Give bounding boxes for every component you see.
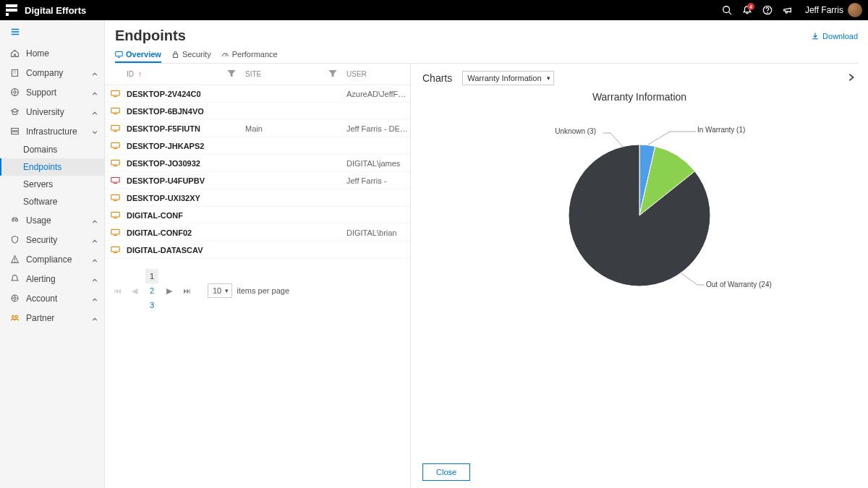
svg-rect-22	[111, 177, 119, 182]
hamburger-icon[interactable]	[0, 20, 104, 43]
sidebar-item-university[interactable]: University	[0, 102, 104, 121]
svg-rect-19	[111, 125, 119, 130]
endpoint-icon	[105, 107, 127, 115]
svg-rect-18	[111, 108, 119, 113]
usage-icon	[9, 215, 20, 226]
close-button[interactable]: Close	[422, 463, 470, 481]
download-button[interactable]: Download	[811, 32, 858, 40]
table-row[interactable]: DESKTOP-2V424C0AzureAD\JeffFarris	[105, 85, 410, 103]
sidebar-item-compliance[interactable]: Compliance	[0, 249, 104, 269]
endpoint-id[interactable]: DESKTOP-2V424C0	[127, 90, 228, 98]
endpoint-user: AzureAD\JeffFarris	[344, 90, 410, 98]
endpoint-icon	[105, 142, 127, 150]
table-row[interactable]: DESKTOP-U4FUPBVJeff Farris -	[105, 172, 410, 189]
sidebar-item-label: Home	[26, 48, 98, 59]
th-id[interactable]: ID	[127, 70, 134, 78]
megaphone-icon[interactable]	[779, 1, 796, 19]
items-per-page-label: items per page	[237, 286, 289, 295]
sidebar-item-usage[interactable]: Usage	[0, 210, 104, 230]
endpoint-id[interactable]: DESKTOP-6BJN4VO	[127, 107, 228, 116]
endpoint-icon	[105, 176, 127, 184]
table-row[interactable]: DIGITAL-CONF	[105, 207, 410, 224]
pager-last[interactable]: ⏭	[180, 283, 193, 298]
table-row[interactable]: DIGITAL-DATASCAV	[105, 241, 410, 259]
endpoint-table: ID ↑ SITE USER DESKTOP-2V424C0AzureAD\Je…	[105, 64, 411, 488]
sidebar-item-account[interactable]: Account	[0, 288, 104, 308]
endpoint-id[interactable]: DESKTOP-U4FUPBV	[127, 176, 228, 185]
endpoint-id[interactable]: DIGITAL-CONF	[127, 211, 228, 220]
sidebar-item-security[interactable]: Security	[0, 230, 104, 249]
endpoint-user: DIGITAL\james	[344, 159, 410, 168]
endpoint-icon	[105, 194, 127, 202]
charts-title: Charts	[422, 72, 452, 84]
account-icon	[9, 293, 20, 304]
user-name[interactable]: Jeff Farris	[805, 5, 843, 15]
sidebar-item-alerting[interactable]: Alerting	[0, 269, 104, 288]
sidebar-sub-domains[interactable]: Domains	[0, 141, 104, 158]
chevron-icon	[91, 108, 98, 116]
sidebar: HomeCompanySupportUniversityInfrastructu…	[0, 20, 105, 488]
search-icon[interactable]	[718, 1, 736, 19]
svg-rect-21	[111, 160, 119, 165]
sidebar-item-label: Compliance	[26, 254, 91, 265]
tab-performance[interactable]: Performance	[221, 47, 278, 63]
endpoint-icon	[105, 228, 127, 236]
sidebar-sub-servers[interactable]: Servers	[0, 176, 104, 193]
help-icon[interactable]	[759, 1, 776, 19]
pager-first[interactable]: ⏮	[111, 283, 124, 298]
subtabs: OverviewSecurityPerformance	[115, 47, 858, 64]
chart-select[interactable]: Warranty Information	[462, 71, 553, 85]
endpoint-id[interactable]: DIGITAL-DATASCAV	[127, 246, 228, 254]
chevron-icon	[91, 256, 98, 263]
table-row[interactable]: DESKTOP-UXI32XY	[105, 189, 410, 207]
sidebar-sub-software[interactable]: Software	[0, 193, 104, 210]
avatar[interactable]	[848, 3, 862, 17]
university-icon	[9, 106, 20, 118]
page-size-select[interactable]: 10	[208, 283, 232, 298]
sidebar-item-home[interactable]: Home	[0, 43, 104, 63]
sidebar-item-label: Alerting	[26, 274, 91, 284]
endpoint-id[interactable]: DESKTOP-JO30932	[127, 159, 228, 168]
sidebar-item-label: Partner	[26, 313, 91, 323]
table-row[interactable]: DESKTOP-F5FIUTNMainJeff Farris - DESKTOP…	[105, 120, 410, 137]
sidebar-item-infrastructure[interactable]: Infrastructure	[0, 121, 104, 141]
tab-label: Overview	[126, 50, 161, 59]
app-launcher-icon[interactable]	[6, 4, 17, 16]
pager-page-2[interactable]: 2	[145, 283, 158, 298]
sidebar-item-company[interactable]: Company	[0, 63, 104, 82]
sidebar-item-support[interactable]: Support	[0, 82, 104, 102]
sidebar-item-label: Company	[26, 68, 91, 78]
bell-icon[interactable]: 4	[739, 1, 756, 19]
company-icon	[9, 67, 20, 79]
table-row[interactable]: DIGITAL-CONF02DIGITAL\brian	[105, 224, 410, 241]
pager-page-3[interactable]: 3	[145, 298, 158, 312]
th-site[interactable]: SITE	[242, 70, 329, 78]
pager-prev[interactable]: ◀	[128, 283, 141, 298]
endpoint-icon	[105, 159, 127, 167]
tab-security[interactable]: Security	[171, 47, 211, 63]
tab-overview[interactable]: Overview	[115, 47, 161, 63]
filter-id-icon[interactable]	[228, 70, 242, 79]
expand-icon[interactable]	[846, 72, 856, 85]
chart-label-in-warranty: In Warranty (1)	[697, 126, 745, 134]
endpoint-user: Jeff Farris - DESKTOP-F5FIUTN	[344, 124, 410, 133]
th-user[interactable]: USER	[344, 70, 410, 78]
svg-point-8	[12, 219, 14, 221]
sidebar-item-partner[interactable]: Partner	[0, 308, 104, 328]
pager-page-1[interactable]: 1	[145, 269, 158, 283]
endpoint-id[interactable]: DIGITAL-CONF02	[127, 228, 228, 237]
sidebar-item-label: Security	[26, 235, 91, 245]
security-icon	[9, 234, 20, 246]
endpoint-id[interactable]: DESKTOP-F5FIUTN	[127, 124, 228, 133]
table-row[interactable]: DESKTOP-6BJN4VO	[105, 103, 410, 120]
sort-asc-icon[interactable]: ↑	[138, 70, 142, 78]
endpoint-id[interactable]: DESKTOP-UXI32XY	[127, 194, 228, 202]
filter-site-icon[interactable]	[329, 70, 344, 79]
chevron-icon	[91, 89, 98, 96]
sidebar-sub-endpoints[interactable]: Endpoints	[0, 158, 104, 176]
table-row[interactable]: DESKTOP-JHKAPS2	[105, 137, 410, 155]
endpoint-id[interactable]: DESKTOP-JHKAPS2	[127, 142, 228, 150]
table-row[interactable]: DESKTOP-JO30932DIGITAL\james	[105, 155, 410, 172]
pager-next[interactable]: ▶	[163, 283, 176, 298]
chevron-icon	[91, 314, 98, 322]
